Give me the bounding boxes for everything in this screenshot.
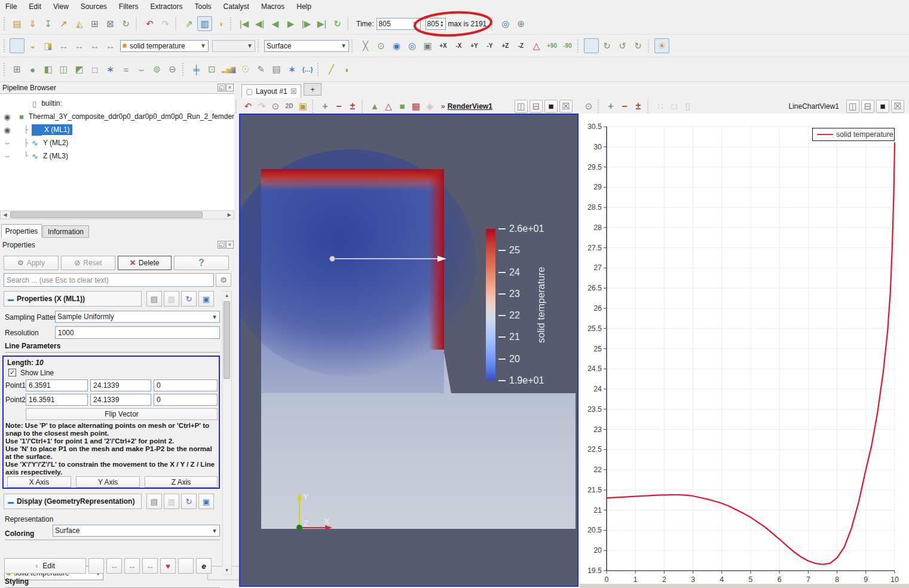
stream-tracer-icon[interactable]: ≈ <box>118 62 133 77</box>
view-minus-y-icon[interactable]: -Y <box>482 38 497 53</box>
loop-icon[interactable]: ↻ <box>330 16 345 31</box>
pipeline-item-y-ml2[interactable]: ⌣ ├ ∿ Y (ML2) <box>0 136 234 149</box>
menu-item[interactable]: Macros <box>261 2 284 11</box>
rescale-custom-range-icon[interactable]: ↔ <box>72 38 87 53</box>
pipeline-hscrollbar[interactable]: ◀ ▶ <box>0 210 234 219</box>
ruler-icon[interactable]: ╱ <box>324 62 339 77</box>
temporal-interpolator-icon[interactable]: ∗ <box>284 62 299 77</box>
last-frame-icon[interactable]: ▶| <box>314 16 329 31</box>
view-minus-x-icon[interactable]: -X <box>451 38 466 53</box>
menu-item[interactable]: File <box>5 2 17 11</box>
visibility-toggle-icon[interactable]: ⌣ <box>0 151 14 161</box>
edit-color-map-button[interactable]: ◐ Edit <box>4 558 86 574</box>
zoom-to-box-icon[interactable]: ▣ <box>420 38 435 53</box>
plot-over-line-icon[interactable]: ╪ <box>189 62 204 77</box>
add-selection-icon[interactable]: + <box>319 100 332 113</box>
edit-color-map-icon[interactable]: ◒ <box>25 38 40 53</box>
first-frame-icon[interactable]: |◀ <box>237 16 252 31</box>
plot-over-time-icon[interactable]: ☉ <box>238 62 253 77</box>
point2-x-input[interactable]: 16.3591 <box>26 394 88 406</box>
menu-item[interactable]: Filters <box>119 2 139 11</box>
save-state-icon[interactable]: ↧ <box>41 16 56 31</box>
line-chart-view[interactable]: 19.52020.52121.52222.52323.52424.52525.5… <box>580 114 909 588</box>
scroll-right-icon[interactable]: ▶ <box>225 211 234 219</box>
rotate-90-cw-icon[interactable]: +90 <box>544 38 559 53</box>
rescale-temporal-icon[interactable]: ↔ <box>142 558 158 574</box>
chart-delete-selection-icon[interactable]: ▯ <box>681 100 694 113</box>
point1-z-input[interactable]: 0 <box>154 379 218 391</box>
favorites-icon[interactable]: ♥ <box>160 558 176 574</box>
rescale-data-icon[interactable]: ↔ <box>106 558 122 574</box>
help-button[interactable]: ? <box>174 256 229 270</box>
split-vertical-icon[interactable]: ⊟ <box>861 100 874 113</box>
equalize-colors-icon[interactable]: e <box>196 558 212 574</box>
reset-camera-closest-icon[interactable]: ◎ <box>405 38 420 53</box>
rotate-view-ccw-icon[interactable]: ↺ <box>615 38 630 53</box>
paste-properties-icon[interactable]: ▥ <box>164 291 179 307</box>
reset-range-icon[interactable]: ◨ <box>41 38 56 53</box>
slice-icon[interactable]: ◫ <box>56 62 71 77</box>
scrollbar-thumb[interactable] <box>10 212 203 218</box>
time-combobox[interactable]: 805 ▼ <box>377 18 421 30</box>
render-view[interactable]: Y X Z 2.6e+012524232221201.9e+01 solid t… <box>239 114 579 587</box>
pipeline-item-source[interactable]: ◉ ■ Thermal_3Y_composite_ddr0p0_dar0p0_d… <box>0 110 234 123</box>
rescale-visible-range-icon[interactable]: ↔ <box>103 38 118 53</box>
visibility-toggle-icon[interactable]: ◉ <box>0 125 14 134</box>
show-color-legend-icon[interactable]: ▮ <box>10 38 25 53</box>
copy-properties-icon[interactable]: ▤ <box>146 494 162 509</box>
camera-undo-icon[interactable]: ↶ <box>241 100 255 113</box>
view-plus-z-icon[interactable]: +Z <box>498 38 513 53</box>
point1-y-input[interactable]: 24.1339 <box>90 379 151 391</box>
properties-vscrollbar[interactable]: ▲ ▼ <box>222 291 232 575</box>
close-view-icon[interactable]: ☒ <box>559 100 573 113</box>
spinner-arrows-icon[interactable]: ▲▼ <box>440 20 444 27</box>
threshold-icon[interactable]: ◩ <box>72 62 87 77</box>
tab-layout-1[interactable]: ▢ Layout #1 ☒ <box>241 84 301 98</box>
menu-item[interactable]: Sources <box>81 2 107 11</box>
select-points-through-icon[interactable]: ▦ <box>409 100 423 113</box>
new-layout-tab[interactable]: + <box>304 83 322 96</box>
menu-item[interactable]: Catalyst <box>224 2 249 11</box>
chevron-down-icon[interactable]: ▼ <box>409 20 418 27</box>
camera-redo-icon[interactable]: ↷ <box>255 100 268 113</box>
apply-source-icon[interactable]: ⇗ <box>182 16 197 31</box>
glyph-icon[interactable]: ∗ <box>103 62 118 77</box>
auto-apply-icon[interactable]: ▥ <box>197 16 212 31</box>
scroll-left-icon[interactable]: ◀ <box>1 211 10 219</box>
zoom-to-box-icon[interactable]: ▣ <box>296 100 310 113</box>
load-state-icon[interactable]: ↗ <box>56 16 71 31</box>
next-frame-icon[interactable]: |▶ <box>299 16 314 31</box>
color-array-combobox[interactable]: solid temperature ▼ <box>120 40 209 52</box>
clip-icon[interactable]: ◧ <box>41 62 56 77</box>
copy-properties-icon[interactable]: ▤ <box>146 291 162 307</box>
scroll-down-icon[interactable]: ▼ <box>222 566 231 574</box>
edit-color-map-icon[interactable]: ◨ <box>88 558 104 574</box>
scroll-up-icon[interactable]: ▲ <box>222 292 231 299</box>
select-points-on-icon[interactable]: △ <box>382 100 395 113</box>
extract-subset-icon[interactable]: □ <box>87 62 102 77</box>
y-axis-button[interactable]: Y Axis <box>76 476 140 488</box>
zoom-closest-icon[interactable]: ◉ <box>389 38 404 53</box>
split-horizontal-icon[interactable]: ◫ <box>515 100 528 113</box>
select-cells-through-icon[interactable]: ■ <box>396 100 409 113</box>
rotate-view-reset-icon[interactable]: ↻ <box>631 38 645 53</box>
visibility-toggle-icon[interactable]: ◉ <box>0 112 14 121</box>
z-axis-button[interactable]: Z Axis <box>145 476 218 488</box>
light-kit-icon[interactable]: ☀ <box>654 38 669 53</box>
pipeline-item-z-ml3[interactable]: ⌣ └ ∿ Z (ML3) <box>0 149 234 163</box>
pipeline-item-x-ml1[interactable]: ◉ ├ ∿ X (ML1) <box>0 123 234 136</box>
save-data-icon[interactable]: ⇓ <box>25 16 40 31</box>
undo-icon[interactable]: ↶ <box>142 16 157 31</box>
histogram-icon[interactable]: ▂▅▇ <box>220 62 237 77</box>
save-defaults-icon[interactable]: ▣ <box>198 494 214 509</box>
reset-defaults-icon[interactable]: ↻ <box>181 291 197 307</box>
edit-color-palette-icon[interactable]: ◑ <box>213 16 228 31</box>
scrollbar-thumb[interactable] <box>224 301 230 379</box>
select-cells-on-icon[interactable]: ▲ <box>368 100 381 113</box>
view-plus-y-icon[interactable]: +Y <box>467 38 482 53</box>
apply-button[interactable]: ⚙ Apply <box>4 256 59 270</box>
camera-orientation-icon[interactable]: ⌖ <box>584 38 599 53</box>
play-icon[interactable]: ▶ <box>283 16 298 31</box>
capture-screenshot-icon[interactable]: ⊙ <box>269 100 282 113</box>
plot-data-icon[interactable]: ✎ <box>253 62 268 77</box>
